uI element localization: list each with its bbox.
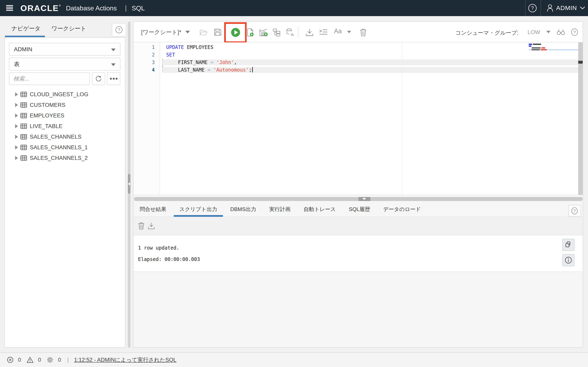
expand-arrow-icon[interactable] <box>15 103 18 107</box>
code-token-string: 'John' <box>216 59 234 65</box>
title-separator: | <box>125 4 127 12</box>
expand-arrow-icon[interactable] <box>15 135 18 139</box>
clear-output-icon[interactable] <box>138 222 146 230</box>
table-name: CUSTOMERS <box>30 102 66 108</box>
hamburger-menu-icon[interactable] <box>6 5 13 11</box>
clear-worksheet-icon[interactable] <box>359 28 367 36</box>
product-title: SQL <box>132 4 145 12</box>
table-tree-item[interactable]: CUSTOMERS <box>5 100 125 110</box>
output-splitter-handle[interactable] <box>359 197 370 201</box>
copy-output-button[interactable] <box>562 239 575 251</box>
sql-editor[interactable]: 1234 UPDATE EMPLOYEESSET FIRST_NAME = 'J… <box>134 42 583 195</box>
code-token-text <box>210 67 213 73</box>
expand-arrow-icon[interactable] <box>15 92 18 96</box>
run-script-icon[interactable] <box>246 28 254 36</box>
expand-arrow-icon[interactable] <box>15 114 18 118</box>
line-number: 2 <box>134 51 160 59</box>
download-output-icon[interactable] <box>147 222 156 230</box>
line-number: 4 <box>134 66 160 74</box>
expand-arrow-icon[interactable] <box>15 124 18 128</box>
sidebar-collapse-handle[interactable] <box>128 174 130 194</box>
code-line[interactable]: SET <box>160 51 578 59</box>
editor-scrollbar-thumb[interactable] <box>578 61 583 64</box>
tab-navigator[interactable]: ナビゲータ <box>11 24 41 33</box>
expand-arrow-icon[interactable] <box>15 145 18 150</box>
sql-history-link[interactable]: 1:12:52 - ADMINによって実行されたSQL <box>74 356 176 364</box>
output-tab-データのロード[interactable]: データのロード <box>383 202 421 217</box>
worksheet-help-icon[interactable]: ? <box>571 28 579 36</box>
output-tab-DBMS出力[interactable]: DBMS出力 <box>230 202 256 217</box>
user-menu[interactable]: ADMIN <box>547 3 585 13</box>
header-help-icon[interactable]: ? <box>528 4 537 13</box>
table-name: SALES_CHANNELS <box>30 134 81 140</box>
user-icon <box>547 4 553 12</box>
tab-worksheet[interactable]: ワークシート <box>52 24 86 33</box>
find-icon[interactable] <box>557 29 565 37</box>
code-token-operator: = <box>208 67 210 73</box>
output-tab-スクリプト出力[interactable]: スクリプト出力 <box>180 202 217 217</box>
expand-arrow-icon[interactable] <box>15 156 18 160</box>
chevron-down-icon[interactable] <box>546 31 550 33</box>
object-type-select[interactable]: 表 <box>9 58 121 71</box>
warnings-icon <box>26 357 34 363</box>
code-area[interactable]: UPDATE EMPLOYEESSET FIRST_NAME = 'John',… <box>160 42 578 195</box>
output-tab-自動トレース[interactable]: 自動トレース <box>303 202 336 217</box>
table-name: LIVE_TABLE <box>30 123 62 129</box>
download-icon[interactable] <box>305 28 313 36</box>
worksheet-title: [ワークシート]* <box>141 28 181 36</box>
code-line[interactable]: FIRST_NAME = 'John', <box>160 59 578 66</box>
output-help-icon[interactable]: ? <box>568 205 581 217</box>
code-line[interactable]: LAST_NAME = 'Autonomous'; <box>160 66 578 74</box>
open-file-icon[interactable] <box>199 28 208 36</box>
output-splitter[interactable] <box>134 197 583 201</box>
sidebar-help-icon[interactable]: ? <box>112 23 126 36</box>
chevron-down-icon[interactable] <box>347 31 351 33</box>
chevron-down-icon <box>111 63 116 66</box>
code-token-text: EMPLOYEES <box>184 44 214 50</box>
search-input[interactable]: 検索... <box>9 72 90 85</box>
run-statement-button[interactable] <box>231 28 240 37</box>
table-name: SALES_CHANNELS_1 <box>30 144 88 151</box>
ellipsis-icon <box>110 77 118 80</box>
code-token-keyword: SET <box>166 52 175 58</box>
consumer-group-value[interactable]: LOW <box>527 29 540 35</box>
autotrace-run-icon[interactable] <box>259 28 267 36</box>
header-divider <box>525 0 526 16</box>
format-icon[interactable] <box>319 28 327 36</box>
processes-icon <box>47 356 53 363</box>
errors-icon <box>7 357 13 363</box>
table-tree-item[interactable]: SALES_CHANNELS_1 <box>5 142 125 153</box>
schema-select[interactable]: ADMIN <box>9 43 121 56</box>
output-info-button[interactable] <box>562 254 575 266</box>
refresh-icon <box>95 75 102 82</box>
consumer-group-label: コンシューマ・グループ: <box>455 29 519 36</box>
table-tree-item[interactable]: SALES_CHANNELS <box>5 132 125 142</box>
more-actions-button[interactable] <box>107 72 120 85</box>
chevron-down-icon <box>111 49 116 51</box>
table-name: SALES_CHANNELS_2 <box>30 155 88 161</box>
output-tab-問合せ結果[interactable]: 問合せ結果 <box>140 202 166 217</box>
table-tree-item[interactable]: SALES_CHANNELS_2 <box>5 153 125 163</box>
table-tree-item[interactable]: CLOUD_INGEST_LOG <box>5 89 125 100</box>
code-line[interactable]: UPDATE EMPLOYEES <box>160 44 578 51</box>
info-icon <box>565 257 572 264</box>
font-size-icon[interactable]: Aa <box>334 27 342 35</box>
table-tree-item[interactable]: LIVE_TABLE <box>5 121 125 132</box>
user-name: ADMIN <box>556 4 577 11</box>
sql-monitor-icon[interactable] <box>286 28 294 36</box>
save-icon[interactable] <box>214 28 222 36</box>
worksheet-title-dropdown[interactable]: [ワークシート]* <box>141 22 190 42</box>
object-type-select-value: 表 <box>14 61 20 67</box>
processes-count: 0 <box>58 357 62 363</box>
table-icon <box>20 145 27 150</box>
output-tab-実行計画[interactable]: 実行計画 <box>269 202 291 217</box>
editor-minimap[interactable] <box>529 43 578 52</box>
editor-scrollbar[interactable] <box>578 42 583 195</box>
table-tree-item[interactable]: EMPLOYEES <box>5 110 125 121</box>
code-token-text: ; <box>249 67 252 73</box>
output-tab-SQL履歴[interactable]: SQL履歴 <box>349 202 370 217</box>
refresh-button[interactable] <box>92 72 105 85</box>
script-output-area: 1 row updated. Elapsed: 00:00:00.003 <box>134 235 583 272</box>
explain-plan-icon[interactable] <box>273 28 281 36</box>
code-token-keyword: UPDATE <box>166 44 184 50</box>
